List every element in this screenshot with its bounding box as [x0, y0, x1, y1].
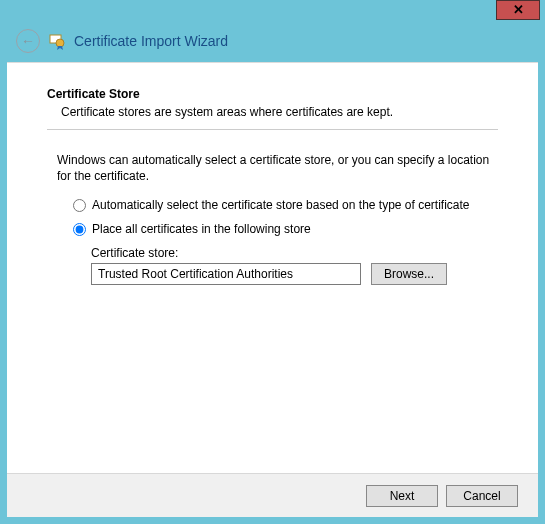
radio-place-label: Place all certificates in the following …: [92, 222, 311, 236]
header-bar: ← Certificate Import Wizard: [16, 28, 537, 54]
svg-point-1: [56, 39, 64, 47]
store-subsection: Certificate store: Browse...: [91, 246, 498, 285]
store-field-label: Certificate store:: [91, 246, 498, 260]
radio-auto-select[interactable]: Automatically select the certificate sto…: [73, 198, 498, 212]
radio-place-all[interactable]: Place all certificates in the following …: [73, 222, 498, 236]
certificate-store-input[interactable]: [91, 263, 361, 285]
store-option-group: Automatically select the certificate sto…: [73, 198, 498, 236]
divider: [47, 129, 498, 130]
back-button[interactable]: ←: [16, 29, 40, 53]
radio-place-input[interactable]: [73, 223, 86, 236]
content-area: Certificate Store Certificate stores are…: [7, 63, 538, 285]
certificate-wizard-icon: [48, 32, 66, 50]
footer-bar: Next Cancel: [7, 473, 538, 517]
cancel-button[interactable]: Cancel: [446, 485, 518, 507]
window-frame: ✕ ← Certificate Import Wizard Certificat…: [0, 0, 545, 524]
close-icon: ✕: [513, 2, 524, 17]
close-button[interactable]: ✕: [496, 0, 540, 20]
wizard-title: Certificate Import Wizard: [74, 33, 228, 49]
radio-auto-input[interactable]: [73, 199, 86, 212]
back-arrow-icon: ←: [21, 33, 35, 49]
store-input-row: Browse...: [91, 263, 498, 285]
wizard-panel: Certificate Store Certificate stores are…: [7, 62, 538, 517]
instruction-text: Windows can automatically select a certi…: [57, 152, 498, 184]
section-heading: Certificate Store: [47, 87, 498, 101]
browse-button[interactable]: Browse...: [371, 263, 447, 285]
section-description: Certificate stores are system areas wher…: [61, 105, 498, 119]
radio-auto-label: Automatically select the certificate sto…: [92, 198, 470, 212]
next-button[interactable]: Next: [366, 485, 438, 507]
